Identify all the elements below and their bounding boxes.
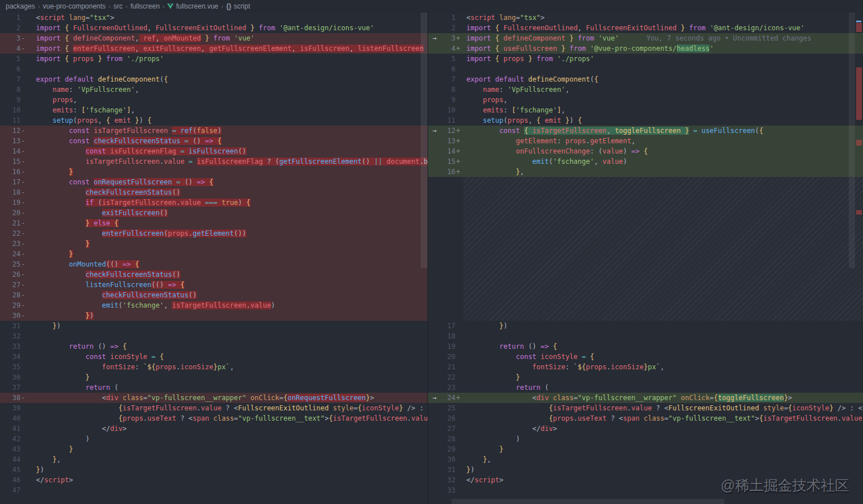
line-number[interactable]: 16: [0, 167, 21, 177]
code-line[interactable]: 36 }: [0, 372, 428, 382]
line-number[interactable]: 2: [0, 23, 21, 33]
code-line[interactable]: 39 {isTargetFullscreen.value ? <Fullscre…: [0, 403, 428, 413]
line-number[interactable]: 46: [0, 475, 21, 485]
code-line-deleted[interactable]: 21- } else {: [0, 218, 428, 228]
line-number[interactable]: 17: [441, 321, 455, 331]
code-line-deleted[interactable]: 15- isTargetFullscreen.value = isFullscr…: [0, 156, 428, 167]
code-line-added[interactable]: 4+import { useFullscreen } from '@vue-pr…: [428, 43, 863, 54]
breadcrumb-item-src[interactable]: src: [114, 2, 123, 10]
line-number[interactable]: 13: [441, 136, 455, 146]
modified-editor-pane[interactable]: 1<script lang="tsx">2import { Fullscreen…: [428, 13, 863, 504]
code-line-deleted[interactable]: 26- checkFullscreenStatus(): [0, 269, 428, 280]
line-number[interactable]: 23: [0, 239, 21, 249]
code-line[interactable]: 2import { FullscreenOutlined, Fullscreen…: [428, 23, 863, 33]
line-number[interactable]: 7: [441, 74, 455, 84]
line-number[interactable]: 19: [0, 197, 21, 208]
line-number[interactable]: 15: [441, 156, 455, 167]
line-number[interactable]: 32: [441, 475, 455, 485]
line-number[interactable]: 4: [441, 43, 455, 54]
line-number[interactable]: 38: [0, 393, 21, 403]
breadcrumb-item-packages[interactable]: packages: [6, 2, 35, 10]
line-number[interactable]: 26: [0, 269, 21, 280]
line-number[interactable]: 30: [0, 311, 21, 321]
line-number[interactable]: 33: [441, 485, 455, 495]
line-number[interactable]: 5: [441, 54, 455, 64]
code-line[interactable]: 27 </div>: [428, 424, 863, 434]
breadcrumb-symbol[interactable]: script: [234, 2, 251, 10]
line-number[interactable]: 5: [0, 54, 21, 64]
line-number[interactable]: 47: [0, 485, 21, 495]
code-line[interactable]: 32: [0, 331, 428, 341]
code-line[interactable]: 19 return () => {: [428, 341, 863, 352]
original-editor-pane[interactable]: 1<script lang="tsx">2import { Fullscreen…: [0, 13, 428, 504]
code-line[interactable]: 41 </div>: [0, 424, 428, 434]
code-line-deleted[interactable]: 13- const checkFullscreenStatus = () => …: [0, 136, 428, 146]
line-number[interactable]: 25: [0, 259, 21, 269]
code-line[interactable]: 7export default defineComponent({: [0, 74, 428, 84]
line-number[interactable]: 28: [0, 290, 21, 300]
breadcrumb-item-fullscreen[interactable]: fullscreen: [130, 2, 159, 10]
line-number[interactable]: 21: [0, 218, 21, 228]
line-number[interactable]: 39: [0, 403, 21, 413]
line-number[interactable]: 21: [441, 362, 455, 372]
code-line-deleted[interactable]: 23- }: [0, 239, 428, 249]
line-number[interactable]: 19: [441, 341, 455, 352]
code-line-added[interactable]: 14+ onFullscreenChange: (value) => {: [428, 146, 863, 156]
code-line[interactable]: 18: [428, 331, 863, 341]
code-line[interactable]: 25 {isTargetFullscreen.value ? <Fullscre…: [428, 403, 863, 413]
code-line-added[interactable]: →12+ const { isTargetFullscreen, toggleF…: [428, 126, 863, 136]
code-line[interactable]: 5import { props } from './props': [0, 54, 428, 64]
code-line[interactable]: 30 },: [428, 454, 863, 465]
code-line[interactable]: 37 return (: [0, 382, 428, 393]
code-line-deleted[interactable]: 30- }): [0, 311, 428, 321]
code-line[interactable]: 22 }: [428, 372, 863, 382]
line-number[interactable]: 30: [441, 454, 455, 465]
line-number[interactable]: 13: [0, 136, 21, 146]
code-line[interactable]: 10 emits: ['fschange'],: [0, 105, 428, 115]
code-line[interactable]: 9 props,: [0, 95, 428, 105]
code-line-deleted[interactable]: 28- checkFullscreenStatus(): [0, 290, 428, 300]
line-number[interactable]: 8: [0, 84, 21, 95]
line-number[interactable]: 16: [441, 167, 455, 177]
line-number[interactable]: 6: [0, 64, 21, 74]
code-line-deleted[interactable]: 20- exitFullscreen(): [0, 208, 428, 218]
code-line[interactable]: 7export default defineComponent({: [428, 74, 863, 84]
line-number[interactable]: 12: [0, 126, 21, 136]
line-number[interactable]: 27: [441, 424, 455, 434]
line-number[interactable]: 28: [441, 434, 455, 444]
code-line-deleted[interactable]: 16- }: [0, 167, 428, 177]
line-number[interactable]: 10: [0, 105, 21, 115]
code-line[interactable]: 33 return () => {: [0, 341, 428, 352]
line-number[interactable]: 41: [0, 424, 21, 434]
line-number[interactable]: 20: [441, 352, 455, 362]
breadcrumb-file[interactable]: fullscreen.vue: [176, 2, 218, 10]
line-number[interactable]: 11: [441, 115, 455, 126]
line-number[interactable]: 32: [0, 331, 21, 341]
line-number[interactable]: 42: [0, 434, 21, 444]
code-line[interactable]: 8 name: 'VpFullscreen',: [0, 84, 428, 95]
code-line[interactable]: 17 }): [428, 321, 863, 331]
line-number[interactable]: 22: [0, 228, 21, 239]
line-number[interactable]: 24: [441, 393, 455, 403]
line-number[interactable]: 15: [0, 156, 21, 167]
line-number[interactable]: 24: [0, 249, 21, 259]
line-number[interactable]: 3: [441, 33, 455, 43]
line-number[interactable]: 23: [441, 382, 455, 393]
line-number[interactable]: 4: [0, 43, 21, 54]
code-line[interactable]: 35 fontSize: `${props.iconSize}px`,: [0, 362, 428, 372]
line-number[interactable]: 14: [0, 146, 21, 156]
code-line-deleted[interactable]: 19- if (isTargetFullscreen.value === tru…: [0, 197, 428, 208]
code-line[interactable]: 29 }: [428, 444, 863, 454]
code-line[interactable]: 8 name: 'VpFullscreen',: [428, 84, 863, 95]
breadcrumb-item-vue-pro-components[interactable]: vue-pro-components: [43, 2, 106, 10]
code-line[interactable]: 26 {props.useText ? <span class="vp-full…: [428, 413, 863, 424]
line-number[interactable]: 1: [441, 13, 455, 23]
code-line[interactable]: 6: [428, 64, 863, 74]
line-number[interactable]: 31: [441, 465, 455, 475]
line-number[interactable]: 17: [0, 177, 21, 187]
line-number[interactable]: 6: [441, 64, 455, 74]
code-line[interactable]: 21 fontSize: `${props.iconSize}px`,: [428, 362, 863, 372]
line-number[interactable]: 44: [0, 454, 21, 465]
code-line-deleted[interactable]: 14- const isFullscreenFlag = isFullscree…: [0, 146, 428, 156]
code-line-added[interactable]: 16+ },: [428, 167, 863, 177]
